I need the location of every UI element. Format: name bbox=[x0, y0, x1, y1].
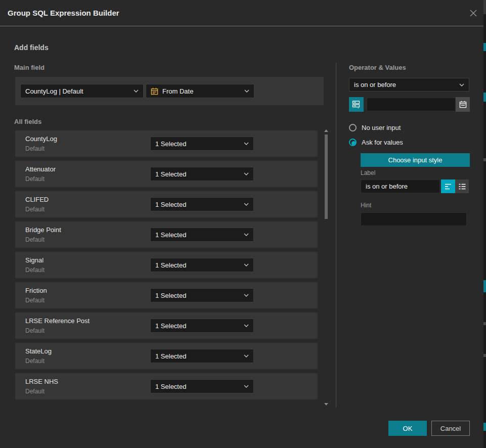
chevron-down-icon bbox=[244, 172, 249, 175]
background-app-sliver bbox=[483, 0, 486, 448]
dialog-titlebar: Group SQL Expression Builder bbox=[0, 0, 486, 26]
all-fields-list: CountyLog Default 1 Selected Attenuator … bbox=[15, 130, 318, 404]
field-sublabel: Default bbox=[25, 327, 45, 334]
main-date-field-select-value: From Date bbox=[162, 87, 241, 95]
radio-no-user-input[interactable]: No user input bbox=[349, 124, 401, 131]
calendar-icon bbox=[151, 87, 158, 95]
cancel-button[interactable]: Cancel bbox=[431, 421, 470, 436]
field-values-select[interactable]: 1 Selected bbox=[150, 258, 254, 272]
field-select-value: 1 Selected bbox=[155, 292, 241, 299]
align-left-icon[interactable] bbox=[441, 180, 455, 193]
field-row: CountyLog Default 1 Selected bbox=[15, 130, 318, 157]
main-layer-select-value: CountyLog | Default bbox=[25, 87, 130, 95]
radio-no-user-input-label: No user input bbox=[362, 124, 401, 131]
unique-values-icon[interactable] bbox=[349, 97, 364, 112]
field-row: Attenuator Default 1 Selected bbox=[15, 161, 318, 187]
all-fields-label: All fields bbox=[14, 118, 41, 125]
chevron-down-icon bbox=[244, 89, 249, 93]
label-heading: Label bbox=[361, 169, 375, 176]
field-row: Friction Default 1 Selected bbox=[15, 282, 318, 308]
scrollbar-thumb[interactable] bbox=[325, 135, 328, 219]
field-row: CLIFED Default 1 Selected bbox=[15, 191, 318, 217]
field-values-select[interactable]: 1 Selected bbox=[150, 197, 254, 211]
chevron-down-icon bbox=[244, 263, 249, 266]
field-name: Signal bbox=[25, 256, 43, 264]
field-row: Bridge Point Default 1 Selected bbox=[15, 221, 318, 248]
field-select-value: 1 Selected bbox=[155, 231, 241, 239]
field-sublabel: Default bbox=[25, 145, 45, 152]
field-sublabel: Default bbox=[25, 206, 45, 213]
field-name: Attenuator bbox=[25, 165, 56, 173]
field-values-select[interactable]: 1 Selected bbox=[150, 228, 254, 242]
field-name: CLIFED bbox=[25, 196, 49, 203]
radio-ask-for-values-label: Ask for values bbox=[362, 139, 403, 146]
chevron-down-icon bbox=[244, 203, 249, 206]
scroll-down-icon[interactable] bbox=[324, 403, 328, 406]
label-input[interactable] bbox=[361, 180, 440, 193]
field-values-select[interactable]: 1 Selected bbox=[150, 137, 254, 151]
chevron-down-icon bbox=[459, 83, 464, 86]
main-date-field-select[interactable]: From Date bbox=[146, 84, 254, 98]
field-sublabel: Default bbox=[25, 236, 45, 243]
ok-button[interactable]: OK bbox=[388, 421, 427, 436]
field-select-value: 1 Selected bbox=[155, 383, 241, 390]
operator-value-input[interactable] bbox=[367, 98, 456, 111]
fields-list-scrollbar[interactable] bbox=[324, 128, 329, 407]
chevron-down-icon bbox=[244, 324, 249, 327]
field-select-value: 1 Selected bbox=[155, 140, 241, 148]
dialog-title: Group SQL Expression Builder bbox=[8, 0, 119, 26]
field-select-value: 1 Selected bbox=[155, 261, 241, 269]
field-name: StateLog bbox=[25, 347, 52, 355]
field-sublabel: Default bbox=[25, 357, 45, 365]
field-values-select[interactable]: 1 Selected bbox=[150, 167, 254, 181]
field-name: Friction bbox=[25, 287, 47, 294]
field-select-value: 1 Selected bbox=[155, 352, 241, 360]
field-sublabel: Default bbox=[25, 175, 45, 183]
field-row: LRSE NHS Default 1 Selected bbox=[15, 373, 318, 399]
choose-input-style-button[interactable]: Choose input style bbox=[361, 153, 470, 167]
field-sublabel: Default bbox=[25, 266, 45, 274]
chevron-down-icon bbox=[134, 89, 139, 93]
field-select-value: 1 Selected bbox=[155, 170, 241, 178]
main-field-label: Main field bbox=[14, 64, 45, 71]
chevron-down-icon bbox=[244, 233, 249, 236]
radio-icon bbox=[349, 139, 357, 146]
chevron-down-icon bbox=[244, 385, 249, 388]
scroll-up-icon[interactable] bbox=[324, 129, 328, 132]
field-values-select[interactable]: 1 Selected bbox=[150, 379, 254, 393]
field-sublabel: Default bbox=[25, 297, 45, 304]
close-icon[interactable] bbox=[468, 8, 479, 19]
operator-select-value: is on or before bbox=[354, 81, 456, 88]
operator-select[interactable]: is on or before bbox=[349, 78, 469, 92]
field-name: CountyLog bbox=[25, 135, 57, 143]
add-fields-heading: Add fields bbox=[14, 43, 49, 52]
field-values-select[interactable]: 1 Selected bbox=[150, 349, 254, 363]
chevron-down-icon bbox=[244, 294, 249, 297]
field-row: StateLog Default 1 Selected bbox=[15, 343, 318, 369]
field-values-select[interactable]: 1 Selected bbox=[150, 319, 254, 333]
field-name: LRSE NHS bbox=[25, 378, 58, 385]
field-row: LRSE Reference Post Default 1 Selected bbox=[15, 312, 318, 339]
chevron-down-icon bbox=[244, 142, 249, 145]
field-values-select[interactable]: 1 Selected bbox=[150, 288, 254, 302]
field-select-value: 1 Selected bbox=[155, 322, 241, 330]
hint-input[interactable] bbox=[361, 212, 467, 226]
field-row: Signal Default 1 Selected bbox=[15, 252, 318, 278]
chevron-down-icon bbox=[244, 354, 249, 357]
main-layer-select[interactable]: CountyLog | Default bbox=[20, 84, 144, 98]
main-field-panel: CountyLog | Default From Date bbox=[15, 77, 324, 105]
field-sublabel: Default bbox=[25, 388, 45, 395]
hint-heading: Hint bbox=[361, 202, 371, 209]
panel-divider bbox=[336, 63, 336, 408]
radio-ask-for-values[interactable]: Ask for values bbox=[349, 139, 403, 146]
radio-icon bbox=[349, 124, 357, 131]
field-name: Bridge Point bbox=[25, 226, 61, 234]
operator-values-heading: Operator & Values bbox=[349, 64, 406, 71]
calendar-picker-icon[interactable] bbox=[456, 97, 470, 112]
field-name: LRSE Reference Post bbox=[25, 317, 90, 325]
field-select-value: 1 Selected bbox=[155, 201, 241, 208]
bulleted-list-icon[interactable] bbox=[455, 180, 469, 193]
